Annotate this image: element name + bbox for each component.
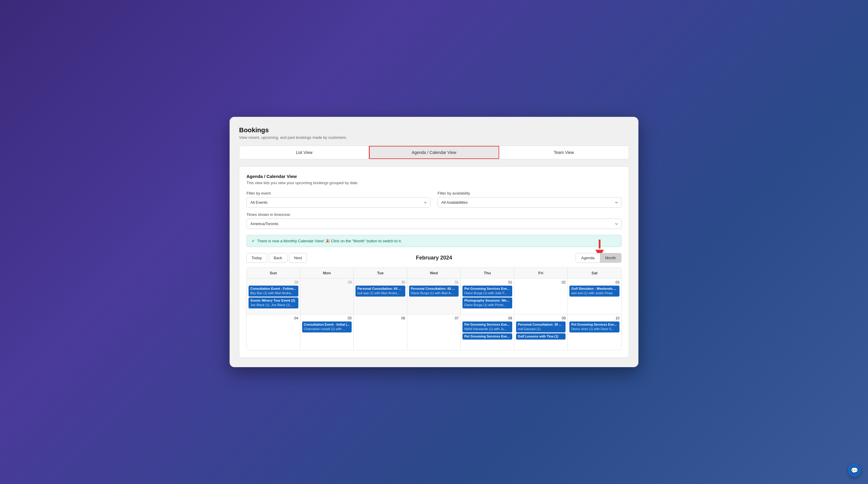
today-button[interactable]: Today: [246, 253, 267, 263]
event-item-w0-d4-e0[interactable]: Pet Grooming Services Eve...Diane Burga …: [462, 286, 512, 296]
day-cell-w0-d4[interactable]: 01Pet Grooming Services Eve...Diane Burg…: [461, 279, 514, 314]
day-cell-w1-d2[interactable]: 06: [354, 314, 407, 350]
day-cell-w1-d6[interactable]: 10Pet Grooming Services Eve...Demo store…: [568, 314, 621, 350]
day-number-w1-d0: 04: [249, 316, 298, 320]
event-item-w1-d1-e0[interactable]: Consultation Event - Initial (...Charmai…: [302, 321, 352, 333]
week-row-1: 0405Consultation Event - Initial (...Cha…: [247, 314, 621, 350]
event-subtitle: Charmaine russell (1) with ...: [304, 327, 350, 331]
event-item-w0-d0-e1[interactable]: Scenic Winery Tour Event (2)Joe Black (1…: [249, 297, 298, 308]
event-item-w1-d6-e0[interactable]: Pet Grooming Services Eve...Demo store (…: [569, 321, 619, 333]
page-title: Bookings: [239, 126, 629, 134]
day-number-w1-d6: 10: [569, 316, 619, 320]
event-title: Golf Lessons with Tina (1): [518, 334, 564, 339]
event-filter-group: Filter by event All Events: [246, 191, 430, 208]
event-item-w0-d4-e1[interactable]: Photography Sessions: We...Diane Burga (…: [462, 297, 512, 308]
event-title: Pet Grooming Services Eve...: [464, 334, 510, 339]
event-subtitle: Diane Burga (1) with Mari A...: [411, 291, 457, 295]
header-sun: Sun: [247, 268, 300, 278]
day-cell-w1-d4[interactable]: 08Pet Grooming Services Eve...Nikhil Har…: [461, 314, 514, 350]
day-number-w1-d3: 07: [409, 316, 459, 320]
month-title: February 2024: [416, 255, 452, 261]
event-subtitle: asd asd (1) with Justin Finau: [571, 291, 618, 295]
day-cell-w1-d3[interactable]: 07: [407, 314, 461, 350]
day-cell-w0-d3[interactable]: 31Personal Consultation: 60 ...Diane Bur…: [407, 279, 461, 314]
banner-text: There is now a Monthly Calendar View! 🎉 …: [257, 239, 402, 243]
timezone-row: Times shown in timezone: America/Toronto: [246, 212, 622, 229]
event-title: Pet Grooming Services Eve...: [571, 322, 618, 327]
event-title: Personal Consultation: 60 ...: [411, 286, 457, 291]
availability-filter-label: Filter by availability: [438, 191, 622, 195]
tab-bar: List View Agenda / Calendar View Team Vi…: [239, 146, 629, 159]
arrow-shaft: [599, 239, 600, 249]
day-number-w0-d1: 29: [302, 280, 352, 284]
event-subtitle: Demo store (1) with Dave S...: [571, 327, 618, 331]
event-title: Consultation Event - Follow...: [250, 286, 297, 291]
event-item-w0-d6-e0[interactable]: Golf Simulator - Weekends ...asd asd (1)…: [569, 286, 619, 296]
timezone-select[interactable]: America/Toronto: [246, 219, 622, 229]
event-subtitle: Bay Bac (1) with Mari Andra...: [250, 291, 297, 295]
day-number-w0-d3: 31: [409, 280, 459, 284]
header-wed: Wed: [407, 268, 461, 278]
event-title: Personal Consultation: 60 ...: [357, 286, 403, 291]
event-item-w0-d3-e0[interactable]: Personal Consultation: 60 ...Diane Burga…: [409, 286, 459, 296]
next-button[interactable]: Next: [289, 253, 307, 263]
calendar-grid: Sun Mon Tue Wed Thu Fri Sat 28Consultati…: [246, 267, 622, 350]
header-tue: Tue: [354, 268, 407, 278]
week-row-0: 28Consultation Event - Follow...Bay Bac …: [247, 279, 621, 314]
day-cell-w1-d1[interactable]: 05Consultation Event - Initial (...Charm…: [300, 314, 354, 350]
day-number-w1-d4: 08: [462, 316, 512, 320]
day-number-w0-d4: 01: [462, 280, 512, 284]
event-item-w0-d0-e0[interactable]: Consultation Event - Follow...Bay Bac (1…: [249, 286, 298, 296]
availability-filter-select[interactable]: All Availabilities: [438, 197, 622, 208]
event-subtitle: null Gazzani (1): [518, 327, 564, 331]
day-cell-w0-d6[interactable]: 03Golf Simulator - Weekends ...asd asd (…: [568, 279, 621, 314]
event-item-w1-d4-e0[interactable]: Pet Grooming Services Eve...Nikhil Harwa…: [462, 321, 512, 333]
day-number-w1-d5: 09: [516, 316, 566, 320]
timezone-label: Times shown in timezone:: [246, 212, 622, 217]
event-title: Golf Simulator - Weekends ...: [571, 286, 618, 291]
check-icon: ✓: [251, 239, 255, 243]
view-toggle: Agenda Month: [576, 253, 622, 263]
back-button[interactable]: Back: [269, 253, 287, 263]
view-toggle-wrapper: Agenda Month: [576, 253, 622, 263]
event-title: Pet Grooming Services Eve...: [464, 286, 510, 291]
header-thu: Thu: [461, 268, 514, 278]
event-title: Scenic Winery Tour Event (2): [250, 298, 297, 303]
calendar-header-row: Sun Mon Tue Wed Thu Fri Sat: [247, 268, 621, 279]
day-cell-w0-d5[interactable]: 02: [514, 279, 568, 314]
event-item-w1-d5-e0[interactable]: Personal Consultation: 30 ...null Gazzan…: [516, 321, 566, 333]
header-sat: Sat: [568, 268, 621, 278]
event-filter-label: Filter by event: [246, 191, 430, 195]
tab-agenda-view[interactable]: Agenda / Calendar View: [369, 146, 499, 159]
event-filter-select[interactable]: All Events: [246, 197, 430, 208]
event-item-w0-d2-e0[interactable]: Personal Consultation: 60 ...null aaa (1…: [355, 286, 405, 296]
event-item-w1-d5-e1[interactable]: Golf Lessons with Tina (1): [516, 333, 566, 340]
main-container: Bookings View recent, upcoming, and past…: [229, 117, 639, 367]
chat-bubble[interactable]: 💬: [848, 464, 861, 477]
event-subtitle: Diane Burga (1) with Julie F...: [464, 291, 510, 295]
day-cell-w1-d5[interactable]: 09Personal Consultation: 30 ...null Gazz…: [514, 314, 568, 350]
page-header: Bookings View recent, upcoming, and past…: [239, 126, 629, 140]
calendar-controls: Today Back Next February 2024 Agenda Mon…: [246, 253, 622, 263]
event-subtitle: Nikhil Harwande (1) with Ju...: [464, 327, 510, 331]
day-number-w0-d6: 03: [569, 280, 619, 284]
day-number-w0-d2: 30: [355, 280, 405, 284]
content-panel: Agenda / Calendar View This view lets yo…: [239, 166, 629, 358]
event-title: Consultation Event - Initial (...: [304, 322, 350, 327]
event-subtitle: Diane Burga (1) with Photo...: [464, 303, 510, 307]
calendar-body: 28Consultation Event - Follow...Bay Bac …: [247, 279, 621, 350]
day-cell-w0-d1[interactable]: 29: [300, 279, 354, 314]
tab-list-view[interactable]: List View: [239, 146, 369, 159]
day-cell-w0-d2[interactable]: 30Personal Consultation: 60 ...null aaa …: [354, 279, 407, 314]
header-mon: Mon: [300, 268, 354, 278]
event-item-w1-d4-e1[interactable]: Pet Grooming Services Eve...: [462, 333, 512, 340]
agenda-view-button[interactable]: Agenda: [576, 253, 600, 262]
tab-team-view[interactable]: Team View: [499, 146, 629, 159]
event-title: Personal Consultation: 30 ...: [518, 322, 564, 327]
event-subtitle: Joe Black (1), Joe Black (1) ...: [250, 303, 297, 307]
day-cell-w1-d0[interactable]: 04: [247, 314, 300, 350]
filters-row: Filter by event All Events Filter by ava…: [246, 191, 622, 208]
day-cell-w0-d0[interactable]: 28Consultation Event - Follow...Bay Bac …: [247, 279, 300, 314]
day-number-w1-d2: 06: [355, 316, 405, 320]
month-view-button[interactable]: Month: [600, 253, 621, 262]
